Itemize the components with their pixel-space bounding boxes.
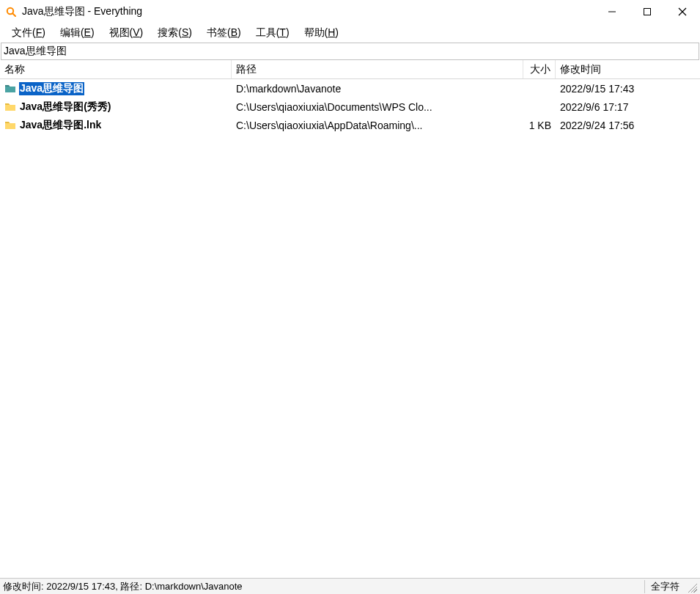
cell-path: C:\Users\qiaoxiuxia\Documents\WPS Clo... xyxy=(232,101,523,113)
minimize-button[interactable] xyxy=(594,0,630,23)
file-name: Java思维导图(秀秀) xyxy=(19,100,111,114)
window-controls xyxy=(594,0,700,23)
cell-path: C:\Users\qiaoxiuxia\AppData\Roaming\... xyxy=(232,120,523,131)
file-name: Java思维导图.lnk xyxy=(19,119,102,132)
menu-bar: 文件(F) 编辑(E) 视图(V) 搜索(S) 书签(B) 工具(T) 帮助(H… xyxy=(0,23,700,43)
resize-grip[interactable] xyxy=(685,581,697,593)
cell-name: Java思维导图(秀秀) xyxy=(0,100,232,114)
svg-line-1 xyxy=(12,13,15,16)
menu-view[interactable]: 视图(V) xyxy=(102,25,151,41)
search-input[interactable] xyxy=(4,45,696,57)
result-row[interactable]: Java思维导图(秀秀) C:\Users\qiaoxiuxia\Documen… xyxy=(0,98,700,116)
cell-date: 2022/9/24 17:56 xyxy=(556,120,700,131)
column-header-path[interactable]: 路径 xyxy=(232,60,523,78)
cell-date: 2022/9/6 17:17 xyxy=(556,101,700,113)
title-bar[interactable]: Java思维导图 - Everything xyxy=(0,0,700,23)
result-row[interactable]: Java思维导图 D:\markdown\Javanote 2022/9/15 … xyxy=(0,79,700,98)
menu-help[interactable]: 帮助(H) xyxy=(297,25,346,41)
status-left: 修改时间: 2022/9/15 17:43, 路径: D:\markdown\J… xyxy=(3,580,644,593)
column-headers: 名称 路径 大小 修改时间 xyxy=(0,60,700,79)
status-bar: 修改时间: 2022/9/15 17:43, 路径: D:\markdown\J… xyxy=(0,578,700,594)
results-list[interactable]: Java思维导图 D:\markdown\Javanote 2022/9/15 … xyxy=(0,79,700,578)
file-name: Java思维导图 xyxy=(19,82,84,95)
status-right[interactable]: 全字符 xyxy=(644,580,682,593)
search-bar xyxy=(1,43,699,60)
folder-icon xyxy=(4,101,16,113)
menu-bookmark[interactable]: 书签(B) xyxy=(199,25,248,41)
cell-date: 2022/9/15 17:43 xyxy=(556,83,700,95)
cell-name: Java思维导图 xyxy=(0,82,232,95)
menu-search[interactable]: 搜索(S) xyxy=(150,25,199,41)
close-button[interactable] xyxy=(665,0,700,23)
window-title: Java思维导图 - Everything xyxy=(22,5,142,18)
folder-icon xyxy=(4,120,16,131)
cell-name: Java思维导图.lnk xyxy=(0,119,232,132)
cell-path: D:\markdown\Javanote xyxy=(232,83,523,95)
result-row[interactable]: Java思维导图.lnk C:\Users\qiaoxiuxia\AppData… xyxy=(0,116,700,134)
menu-edit[interactable]: 编辑(E) xyxy=(53,25,102,41)
folder-icon xyxy=(4,83,16,95)
menu-file[interactable]: 文件(F) xyxy=(4,25,53,41)
column-header-name[interactable]: 名称 xyxy=(0,60,232,78)
column-header-size[interactable]: 大小 xyxy=(523,60,556,78)
column-header-date[interactable]: 修改时间 xyxy=(556,60,700,78)
menu-tools[interactable]: 工具(T) xyxy=(248,25,297,41)
app-icon xyxy=(4,5,18,18)
svg-rect-3 xyxy=(644,9,651,15)
cell-size: 1 KB xyxy=(523,120,556,131)
maximize-button[interactable] xyxy=(630,0,665,23)
